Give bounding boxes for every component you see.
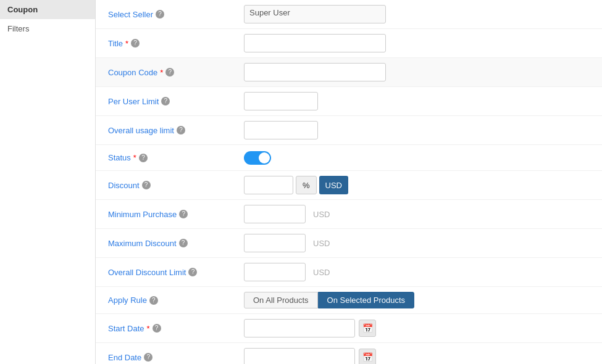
title-input[interactable] xyxy=(244,34,386,52)
discount-help-icon[interactable]: ? xyxy=(142,181,151,189)
per-user-limit-help-icon[interactable]: ? xyxy=(161,97,170,105)
main-content: Select Seller ? Super User Title * ? Cou… xyxy=(96,0,602,364)
start-date-help-icon[interactable]: ? xyxy=(153,324,161,333)
status-row: Status * ? xyxy=(96,145,602,171)
title-row: Title * ? xyxy=(96,29,602,58)
sidebar-item-filters[interactable]: Filters xyxy=(0,19,95,38)
end-date-label: End Date ? xyxy=(108,353,244,362)
max-discount-currency: USD xyxy=(313,239,330,248)
end-date-help-icon[interactable]: ? xyxy=(144,353,153,362)
overall-discount-currency: USD xyxy=(313,268,330,277)
min-purchase-currency: USD xyxy=(313,210,330,219)
select-seller-value: Super User xyxy=(244,5,386,23)
overall-usage-label: Overall usage limit ? xyxy=(108,126,244,135)
start-date-calendar-icon[interactable]: 📅 xyxy=(359,320,376,337)
select-seller-row: Select Seller ? Super User xyxy=(96,0,602,29)
min-purchase-row: Minimum Purchase ? 0.00 USD xyxy=(96,200,602,229)
max-discount-label: Maximum Discount ? xyxy=(108,239,244,248)
end-date-calendar-icon[interactable]: 📅 xyxy=(359,349,376,364)
apply-rule-group: On All Products On Selected Products xyxy=(244,292,414,308)
overall-usage-help-icon[interactable]: ? xyxy=(177,126,185,134)
apply-rule-all-products-btn[interactable]: On All Products xyxy=(244,292,318,308)
max-discount-help-icon[interactable]: ? xyxy=(179,239,188,247)
start-date-group: 📅 xyxy=(244,319,376,337)
title-label: Title * ? xyxy=(108,39,244,48)
max-discount-row: Maximum Discount ? 0.00 USD xyxy=(96,229,602,258)
overall-discount-input[interactable]: 0.00 xyxy=(244,263,306,281)
start-date-row: Start Date * ? 📅 xyxy=(96,314,602,343)
apply-rule-row: Apply Rule ? On All Products On Selected… xyxy=(96,287,602,314)
min-purchase-label: Minimum Purchase ? xyxy=(108,210,244,219)
discount-percent-btn[interactable]: % xyxy=(296,176,317,194)
status-help-icon[interactable]: ? xyxy=(139,154,148,162)
title-help-icon[interactable]: ? xyxy=(131,39,140,48)
overall-discount-label: Overall Discount Limit ? xyxy=(108,268,244,277)
coupon-code-input[interactable] xyxy=(244,63,386,81)
min-purchase-input[interactable]: 0.00 xyxy=(244,205,306,223)
discount-usd-btn[interactable]: USD xyxy=(319,176,348,194)
per-user-limit-input[interactable]: 0 xyxy=(244,92,318,110)
apply-rule-selected-products-btn[interactable]: On Selected Products xyxy=(318,292,414,308)
end-date-input[interactable] xyxy=(244,348,355,364)
end-date-row: End Date ? 📅 xyxy=(96,343,602,364)
max-discount-input[interactable]: 0.00 xyxy=(244,234,306,252)
per-user-limit-label: Per User Limit ? xyxy=(108,97,244,106)
coupon-code-row: Coupon Code * ? xyxy=(96,58,602,87)
coupon-code-help-icon[interactable]: ? xyxy=(165,68,174,77)
discount-label: Discount ? xyxy=(108,181,244,190)
select-seller-label: Select Seller ? xyxy=(108,10,244,19)
status-label: Status * ? xyxy=(108,153,244,162)
status-toggle[interactable] xyxy=(244,151,271,165)
min-purchase-help-icon[interactable]: ? xyxy=(179,210,188,218)
per-user-limit-row: Per User Limit ? 0 xyxy=(96,87,602,116)
overall-discount-help-icon[interactable]: ? xyxy=(188,268,197,276)
coupon-code-label: Coupon Code * ? xyxy=(108,68,244,77)
discount-group: 0.00 % USD xyxy=(244,176,348,194)
start-date-input[interactable] xyxy=(244,319,355,337)
discount-input[interactable]: 0.00 xyxy=(244,176,293,194)
discount-row: Discount ? 0.00 % USD xyxy=(96,171,602,200)
end-date-group: 📅 xyxy=(244,348,376,364)
overall-discount-row: Overall Discount Limit ? 0.00 USD xyxy=(96,258,602,287)
apply-rule-help-icon[interactable]: ? xyxy=(149,296,158,305)
select-seller-help-icon[interactable]: ? xyxy=(156,10,164,19)
overall-usage-input[interactable]: 0 xyxy=(244,121,318,139)
sidebar-item-coupon[interactable]: Coupon xyxy=(0,0,95,19)
apply-rule-label: Apply Rule ? xyxy=(108,296,244,305)
overall-usage-row: Overall usage limit ? 0 xyxy=(96,116,602,145)
start-date-label: Start Date * ? xyxy=(108,324,244,333)
sidebar: Coupon Filters xyxy=(0,0,96,364)
